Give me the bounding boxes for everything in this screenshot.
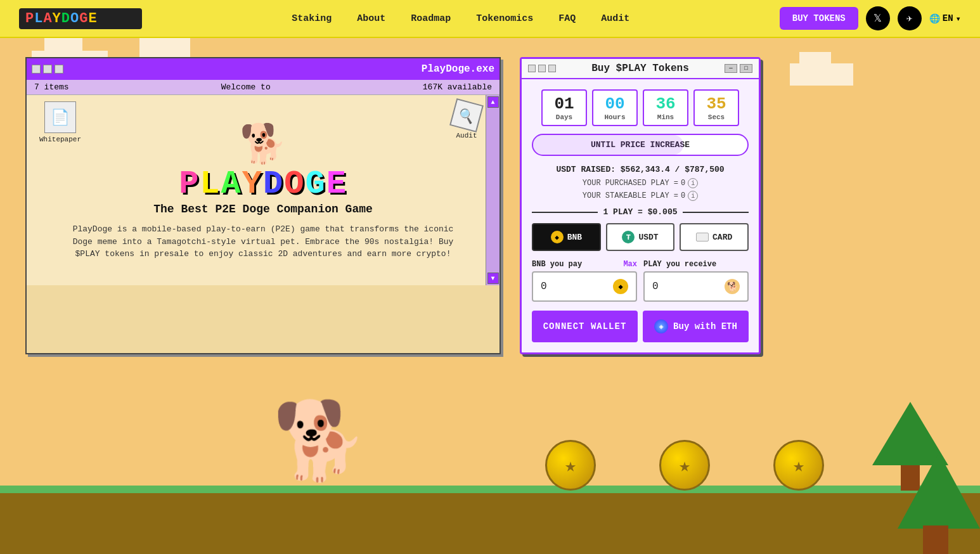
card-label: CARD: [712, 233, 732, 242]
playdoge-logo: 🐕 PLAYDOGE: [143, 127, 384, 203]
card-payment-button[interactable]: CARD: [680, 223, 749, 251]
price-increase-label: UNTIL PRICE INCREASE: [591, 140, 690, 150]
logo[interactable]: PLAYDOGE: [19, 8, 142, 29]
widget-minimize[interactable]: ─: [725, 64, 737, 73]
chevron-down-icon: ▾: [956, 13, 961, 24]
retro-window: PlayDoge.exe 7 items Welcome to 167K ava…: [25, 57, 501, 354]
scroll-down-btn[interactable]: ▼: [487, 273, 499, 284]
widget-titlebar: Buy $PLAY Tokens ─ □: [522, 59, 759, 79]
whitepaper-icon-img: 📄: [44, 101, 76, 133]
widget-dots: [528, 65, 556, 72]
rate-line-left: [532, 212, 598, 213]
navbar: PLAYDOGE Staking About Roadmap Tokenomic…: [0, 0, 980, 38]
bnb-input-group: BNB you pay Max 0 ◆: [532, 260, 637, 302]
max-link[interactable]: Max: [623, 260, 637, 269]
twitter-icon[interactable]: 𝕏: [866, 6, 890, 30]
background-scene: 🐕 ★ ★ ★: [0, 427, 980, 554]
nav-about[interactable]: About: [357, 13, 385, 24]
play-input-group: PLAY you receive 0 🐕: [643, 260, 749, 302]
minimize-btn[interactable]: [43, 65, 52, 74]
price-increase-bar: UNTIL PRICE INCREASE: [532, 134, 749, 156]
coin-1: ★: [545, 440, 596, 491]
whitepaper-label: Whitepaper: [39, 136, 81, 143]
usdt-payment-button[interactable]: ₮ USDT: [606, 223, 675, 251]
bnb-label-row: BNB you pay Max: [532, 260, 637, 269]
items-count: 7 items: [34, 82, 69, 92]
ground: [0, 491, 980, 554]
bnb-token-icon: ◆: [613, 279, 628, 294]
whitepaper-icon[interactable]: 📄 Whitepaper: [39, 101, 81, 143]
usdt-label: USDT: [638, 233, 658, 242]
countdown: 01 Days 00 Hours 36 Mins 35 Secs: [532, 89, 749, 126]
card-icon: [696, 233, 709, 242]
nav-staking[interactable]: Staking: [292, 13, 332, 24]
countdown-hours: 00 Hours: [592, 89, 638, 126]
audit-icon[interactable]: 🔍 Audit: [453, 101, 480, 139]
action-buttons: CONNECT WALLET ◈ Buy with ETH: [532, 311, 749, 342]
buy-widget: Buy $PLAY Tokens ─ □ 01 Days 00 Hours 36: [520, 57, 761, 354]
countdown-days-label: Days: [551, 113, 577, 121]
telegram-icon[interactable]: ✈: [898, 6, 922, 30]
nav-tokenomics[interactable]: Tokenomics: [476, 13, 533, 24]
window-titlebar: PlayDoge.exe: [27, 58, 500, 80]
bnb-payment-button[interactable]: ◆ BNB: [532, 223, 601, 251]
buy-eth-label: Buy with ETH: [673, 321, 737, 332]
countdown-secs-value: 35: [704, 94, 729, 113]
usdt-raised: USDT RAISED: $562,343.4 / $787,500: [532, 165, 749, 174]
widget-dot-2: [538, 65, 546, 72]
usdt-icon: ₮: [622, 231, 635, 243]
available-count: 167K available: [423, 82, 492, 92]
rate-section: 1 PLAY = $0.005: [532, 207, 749, 217]
countdown-days-value: 01: [551, 94, 577, 113]
countdown-days: 01 Days: [541, 89, 587, 126]
countdown-hours-label: Hours: [602, 113, 628, 121]
buy-tokens-button[interactable]: BUY TOKENS: [780, 7, 858, 30]
welcome-text: Welcome to: [221, 82, 271, 92]
widget-controls: ─ □: [725, 64, 752, 73]
countdown-hours-value: 00: [602, 94, 628, 113]
nav-audit[interactable]: Audit: [601, 13, 629, 24]
countdown-secs-label: Secs: [704, 113, 729, 121]
play-label-row: PLAY you receive: [643, 260, 749, 269]
scroll-up-btn[interactable]: ▲: [487, 96, 499, 108]
nav-roadmap[interactable]: Roadmap: [411, 13, 451, 24]
play-input-value: 0: [652, 281, 659, 292]
pixel-dog-character: 🐕: [273, 408, 368, 484]
window-toolbar: 7 items Welcome to 167K available: [27, 80, 500, 95]
countdown-mins-label: Mins: [653, 113, 678, 121]
nav-faq[interactable]: FAQ: [558, 13, 576, 24]
bnb-label: BNB: [567, 233, 582, 242]
widget-dot-3: [548, 65, 556, 72]
countdown-mins: 36 Mins: [643, 89, 688, 126]
stakeable-play-label: YOUR STAKEABLE PLAY =: [583, 191, 678, 200]
main-content: PlayDoge.exe 7 items Welcome to 167K ava…: [0, 38, 980, 373]
window-body: 📄 Whitepaper 🔍 Audit ▲ ▼ 🐕 PLAY: [27, 95, 500, 285]
language-selector[interactable]: 🌐 EN ▾: [929, 13, 961, 24]
bnb-input-label: BNB you pay: [532, 260, 582, 269]
window-scrollbar[interactable]: ▲ ▼: [486, 95, 500, 285]
payment-methods: ◆ BNB ₮ USDT CARD: [532, 223, 749, 251]
bnb-input-field[interactable]: 0 ◆: [532, 271, 637, 302]
bnb-icon: ◆: [551, 231, 564, 243]
maximize-btn[interactable]: [55, 65, 63, 74]
close-btn[interactable]: [32, 65, 41, 74]
widget-maximize[interactable]: □: [740, 64, 752, 73]
connect-wallet-button[interactable]: CONNECT WALLET: [532, 311, 638, 342]
input-row: BNB you pay Max 0 ◆ PLAY you receive 0 🐕: [532, 260, 749, 302]
audit-icon-img: 🔍: [449, 98, 484, 132]
widget-body: 01 Days 00 Hours 36 Mins 35 Secs UNTI: [522, 79, 759, 352]
widget-dot-1: [528, 65, 536, 72]
purchased-play-info-icon[interactable]: i: [688, 178, 698, 188]
stakeable-play-info-icon[interactable]: i: [688, 191, 698, 201]
countdown-mins-value: 36: [653, 94, 678, 113]
window-content: The Best P2E Doge Companion Game PlayDog…: [39, 203, 487, 267]
tagline: The Best P2E Doge Companion Game: [65, 203, 461, 216]
rate-line-right: [683, 212, 749, 213]
play-input-field[interactable]: 0 🐕: [643, 271, 749, 302]
description: PlayDoge is a mobile-based play-to-earn …: [65, 223, 461, 261]
buy-with-eth-button[interactable]: ◈ Buy with ETH: [643, 311, 749, 342]
titlebar-buttons: [32, 65, 63, 74]
bnb-input-value: 0: [541, 281, 547, 292]
playdoge-text: PLAYDOGE: [179, 165, 347, 203]
purchased-play-value: 0: [681, 179, 685, 188]
